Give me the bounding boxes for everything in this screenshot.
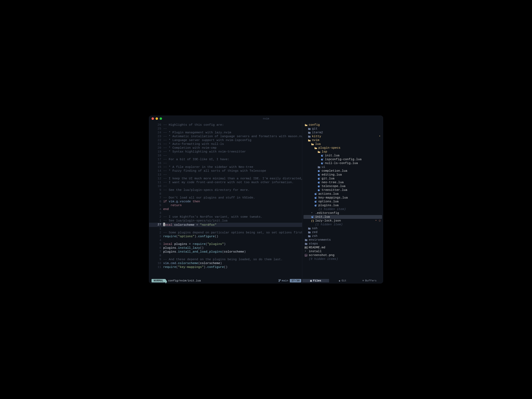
tree-node[interactable]: plugin-specs [304,146,382,150]
code-line[interactable]: 10vim.cmd.colorscheme(colorscheme) [149,262,302,265]
explorer-tab-files[interactable]: ▣Files [302,279,329,282]
tree-node[interactable]: nvim [304,138,382,142]
code-line[interactable]: 11require("key-mappings").configure() [149,265,302,269]
svg-point-22 [319,186,320,186]
tree-node[interactable]: init.lua [304,154,382,157]
code-line[interactable]: 24-- * Plugin management with lazy.nvim [149,131,302,135]
tree-node[interactable]: git.lua [304,177,382,181]
tree-node[interactable]: plugins.lua [304,203,382,207]
code-line[interactable]: 2-- Some plugins depend on particular op… [149,231,302,235]
tree-node[interactable]: lua [304,142,382,146]
code-line[interactable]: 9-- See the lua/plugin-specs directory f… [149,188,302,192]
tree-node[interactable]: kitty• [304,135,382,138]
code-line[interactable]: 25-- [149,127,302,131]
code-line[interactable]: 1 [149,227,302,231]
code-line[interactable]: 12-- I keep the UI much more minimal tha… [149,177,302,181]
tree-node[interactable]: git [304,127,382,131]
tree-node[interactable]: config [304,123,382,127]
code-line[interactable]: 20-- * Completion with nvim-cmp [149,146,302,150]
tree-node[interactable]: README.md [304,246,382,249]
gutter-linenum: 19 [149,150,163,154]
code-line[interactable]: 21-- * Auto-formatting with null-ls [149,142,302,146]
file-explorer-pane[interactable]: configgititerm2kitty•nvimluaplugin-specs… [302,121,383,278]
svg-point-3 [321,158,323,161]
code-line[interactable]: 23-- * Automatic installation of languag… [149,135,302,138]
folder-open-icon [308,139,311,142]
tree-node-label: actions.lua [318,192,382,196]
code-line[interactable]: 8 [149,192,302,196]
tab-label: Git [342,279,346,282]
tree-hidden-note: (1 hidden item) [304,223,382,227]
gutter-linenum: 26 [149,123,163,127]
tree-node[interactable]: iterm2 [304,131,382,135]
tree-node[interactable]: screenshot.png [304,253,382,257]
code-line[interactable]: 19-- * Syntax highlighting with nvim-tre… [149,150,302,154]
code-line[interactable]: 4end [149,207,302,211]
code-buffer[interactable]: 26-- Highlights of this config are:25--2… [149,121,302,278]
folder-icon [308,227,311,230]
code-line[interactable]: 1-- See lua/plugin-specs/ui/init.lua [149,219,302,223]
code-line[interactable]: 3require("options").configure() [149,235,302,238]
code-line[interactable]: 6plugins.install_lazy() [149,246,302,250]
explorer-tab-git[interactable]: ◆Git [329,279,356,282]
buffer-path: config/nvim/init.lua [168,279,201,282]
tree-node[interactable]: *.editorconfig [304,211,382,215]
tree-node[interactable]: *install [304,249,382,253]
editor-pane[interactable]: 26-- Highlights of this config are:25--2… [149,121,302,278]
tree-node[interactable]: lspconfig-config.lua [304,157,382,161]
tree-node[interactable]: neo-tree.lua [304,181,382,184]
gutter-linenum: 12 [149,177,163,181]
tree-node[interactable]: environments [304,238,382,242]
folder-icon [308,235,311,237]
folder-open-icon [317,151,321,153]
tree-node[interactable]: completion.lua [304,169,382,173]
tree-node[interactable]: zed [304,230,382,234]
svg-point-24 [318,189,320,191]
svg-point-7 [322,163,323,163]
tree-node[interactable]: steps [304,242,382,246]
explorer-tab-buffers[interactable]: ≡Buffers [356,279,383,282]
code-line[interactable]: 27local colorscheme = "nordfox" [149,223,302,227]
code-line[interactable]: 4 [149,238,302,242]
code-line[interactable]: 8 [149,254,302,258]
tree-node[interactable]: editing.lua [304,173,382,177]
tree-node[interactable]: lsp [304,150,382,154]
code-line[interactable]: 26-- Highlights of this config are: [149,123,302,127]
svg-point-35 [316,201,317,201]
code-line[interactable]: 5 return [149,203,302,207]
code-line[interactable]: 10-- [149,184,302,188]
tree-node[interactable]: {}lazy-lock.json• ▢ [304,219,382,223]
code-line[interactable]: 9-- And these depend on the plugins bein… [149,258,302,262]
code-line[interactable]: 2-- I use Nightfox's Nordfox variant, wi… [149,215,302,219]
code-line[interactable]: 11-- I want my code front-and-centre wit… [149,181,302,184]
tree-node[interactable]: telescope.lua [304,184,382,188]
code-line[interactable]: 6if vim.g.vscode then [149,200,302,203]
tree-node-label: init.lua [325,154,382,157]
tree-node[interactable]: treesitter.lua [304,188,382,192]
code-line[interactable]: 18-- [149,154,302,157]
mode-indicator: NORMAL [152,279,165,282]
tree-node[interactable]: zsh [304,234,382,238]
tree-node[interactable]: null-ls-config.lua [304,161,382,165]
code-line[interactable]: 7-- Don't load all our plugins and stuff… [149,196,302,200]
code-line[interactable]: 22-- * Language server support with nvim… [149,138,302,142]
code-line[interactable]: 17-- For a bit of IDE-like UI, I have: [149,157,302,161]
code-line[interactable]: 16-- [149,161,302,165]
code-line[interactable]: 5local plugins = require("plugins") [149,242,302,246]
code-line[interactable]: 3 [149,211,302,215]
svg-point-33 [315,201,317,203]
code-line[interactable]: 14-- * Fuzzy finding of all sorts of thi… [149,169,302,173]
tree-node[interactable]: ssh [304,227,382,230]
tree-node-label: options.lua [318,200,382,203]
tree-node[interactable]: key-mappings.lua [304,196,382,200]
tree-node[interactable]: options.lua [304,200,382,203]
code-line[interactable]: 15-- * A file explorer in the sidebar wi… [149,165,302,169]
git-branch: main [279,279,288,282]
code-line[interactable]: 7plugins.install_and_load_plugins(colors… [149,250,302,254]
tree-node[interactable]: ui [304,165,382,169]
code-line[interactable]: 13-- [149,173,302,177]
tree-node[interactable]: actions.lua [304,192,382,196]
svg-point-21 [318,185,320,187]
tree-node[interactable]: init.lua [304,215,382,219]
lua-icon [317,181,321,184]
